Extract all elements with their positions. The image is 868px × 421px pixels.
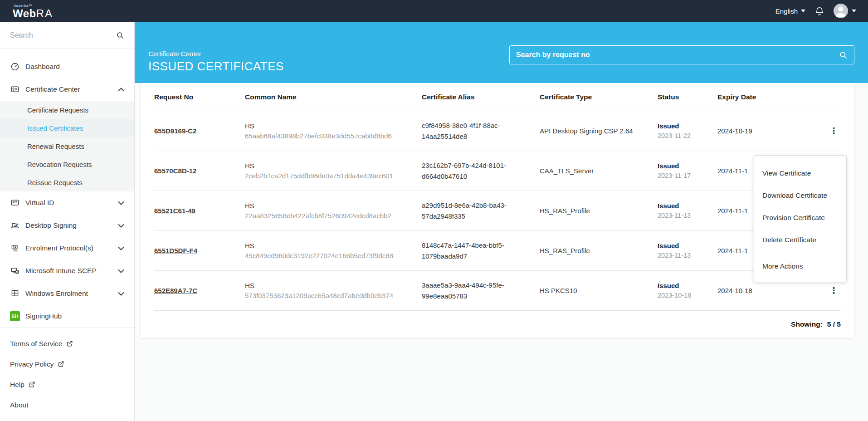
request-no-link[interactable]: 65570C8D-12 bbox=[154, 167, 196, 175]
status-date: 2023-11-17 bbox=[658, 171, 717, 181]
chevron-down-icon bbox=[118, 246, 124, 250]
sub-item-label: Issued Certificates bbox=[27, 124, 83, 132]
chevron-down-icon bbox=[118, 292, 124, 296]
table-row: 652E89A7-7C HS 573f03753623a1209acc65a48… bbox=[154, 271, 841, 311]
sidebar-item-dashboard[interactable]: Dashboard bbox=[0, 55, 134, 78]
brand-product: WebRA bbox=[13, 7, 53, 20]
request-no-link[interactable]: 655D9169-C2 bbox=[154, 127, 196, 135]
menu-item-provision-certificate[interactable]: Provision Certificate bbox=[754, 206, 846, 229]
sidebar-item-label: Dashboard bbox=[25, 63, 124, 71]
expiry-date: 2024-10-18 bbox=[717, 287, 752, 294]
column-header-status: Status bbox=[658, 93, 717, 101]
status-badge: Issued bbox=[658, 201, 717, 211]
certificate-type: API Desktop Signing CSP 2.64 bbox=[540, 126, 636, 136]
common-name-cell: HS 45c849ed960dc3192e227024e166b5ed73f9d… bbox=[245, 241, 422, 261]
table-row: 65570C8D-12 HS 2ceb2b1ca2d175ddfb96de0a7… bbox=[154, 151, 841, 191]
chevron-down-icon bbox=[118, 201, 124, 205]
showing-value: 5 / 5 bbox=[827, 320, 841, 328]
help-link[interactable]: Help bbox=[0, 374, 134, 395]
status-badge: Issued bbox=[658, 161, 717, 171]
status-badge: Issued bbox=[658, 281, 717, 291]
status-date: 2023-11-22 bbox=[658, 131, 717, 141]
expiry-date: 2024-11-1 bbox=[717, 207, 748, 215]
sidebar-item-revocation-requests[interactable]: Revocation Requests bbox=[0, 155, 134, 173]
menu-item-more-actions[interactable]: More Actions bbox=[754, 255, 846, 277]
expiry-date: 2024-10-19 bbox=[717, 127, 752, 135]
menu-item-view-certificate[interactable]: View Certificate bbox=[754, 162, 846, 184]
certificate-alias: a29d951d-8e6a-42b8-ba43-57da2948f335 bbox=[422, 200, 516, 222]
status-date: 2023-10-18 bbox=[658, 291, 717, 300]
column-header-common-name: Common Name bbox=[245, 93, 422, 101]
showing-label: Showing: bbox=[791, 320, 823, 328]
status-badge: Issued bbox=[658, 121, 717, 131]
about-link[interactable]: About bbox=[0, 395, 134, 415]
sidebar-search-input[interactable] bbox=[10, 31, 112, 39]
row-actions-kebab-icon[interactable]: ⋮ bbox=[827, 286, 841, 296]
expiry-date: 2024-11-1 bbox=[717, 167, 748, 175]
sub-item-label: Revocation Requests bbox=[27, 161, 92, 168]
table-header-row: Request No Common Name Certificate Alias… bbox=[154, 83, 841, 111]
sidebar-item-enrolment-protocols[interactable]: Enrolment Protocol(s) bbox=[0, 237, 134, 259]
common-name-org: HS bbox=[245, 121, 422, 131]
request-no-link[interactable]: 652E89A7-7C bbox=[154, 287, 197, 294]
sidebar: Dashboard Certificate Center Certif bbox=[0, 22, 135, 421]
breadcrumb: Certificate Center bbox=[148, 50, 284, 58]
common-name-hash: 2ceb2b1ca2d175ddfb96de0a751dda4e439ec601 bbox=[245, 171, 396, 181]
page-title: ISSUED CERTIFICATES bbox=[148, 59, 284, 73]
menu-item-download-certificate[interactable]: Download Certificate bbox=[754, 184, 846, 206]
sidebar-item-signinghub[interactable]: SH SigningHub bbox=[0, 305, 134, 328]
link-label: Help bbox=[10, 381, 24, 389]
expiry-date: 2024-11-1 bbox=[717, 247, 748, 255]
status-cell: Issued 2023-11-13 bbox=[658, 241, 717, 260]
request-search-input[interactable] bbox=[516, 51, 834, 59]
user-menu[interactable] bbox=[834, 4, 856, 18]
terms-of-service-link[interactable]: Terms of Service bbox=[0, 333, 134, 354]
link-label: Terms of Service bbox=[10, 340, 62, 348]
sub-item-label: Certificate Requests bbox=[27, 106, 88, 114]
table-row: 6551D5DF-F4 HS 45c849ed960dc3192e227024e… bbox=[154, 231, 841, 271]
sidebar-item-certificate-center[interactable]: Certificate Center bbox=[0, 78, 134, 101]
search-icon[interactable] bbox=[839, 51, 848, 59]
common-name-hash: 22aa8325658eb422afcb8f75260942edcd8acbb2 bbox=[245, 211, 396, 221]
request-no-link[interactable]: 6551D5DF-F4 bbox=[154, 247, 197, 255]
sidebar-item-microsoft-intune-scep[interactable]: Microsoft Intune SCEP bbox=[0, 259, 134, 282]
sidebar-item-renewal-requests[interactable]: Renewal Requests bbox=[0, 137, 134, 155]
menu-item-delete-certificate[interactable]: Delete Certificate bbox=[754, 229, 846, 251]
windows-icon bbox=[10, 289, 20, 299]
common-name-org: HS bbox=[245, 161, 422, 171]
chevron-up-icon bbox=[118, 88, 124, 92]
chevron-down-icon bbox=[118, 269, 124, 273]
status-date: 2023-11-13 bbox=[658, 251, 717, 260]
certificate-alias: 8148c47a-1447-4bea-bbf5-1079baada9d7 bbox=[422, 240, 516, 262]
status-cell: Issued 2023-11-17 bbox=[658, 161, 717, 181]
row-actions-kebab-icon[interactable]: ⋮ bbox=[827, 126, 841, 136]
common-name-cell: HS 22aa8325658eb422afcb8f75260942edcd8ac… bbox=[245, 201, 422, 221]
sidebar-item-certificate-requests[interactable]: Certificate Requests bbox=[0, 101, 134, 119]
sidebar-item-virtual-id[interactable]: Virtual ID bbox=[0, 191, 134, 214]
language-selector[interactable]: English bbox=[775, 7, 805, 15]
sidebar-item-desktop-signing[interactable]: Desktop Signing bbox=[0, 214, 134, 237]
status-badge: Issued bbox=[658, 241, 717, 251]
gauge-icon bbox=[10, 62, 20, 72]
request-search-box bbox=[509, 45, 854, 64]
chevron-down-icon bbox=[118, 224, 124, 228]
status-date: 2023-11-13 bbox=[658, 211, 717, 220]
sidebar-item-issued-certificates[interactable]: Issued Certificates bbox=[0, 119, 134, 137]
request-no-link[interactable]: 65521C61-49 bbox=[154, 207, 195, 215]
common-name-hash: 45c849ed960dc3192e227024e166b5ed73f9dc88 bbox=[245, 251, 396, 261]
common-name-cell: HS 65aab68af43898b27befc038e3dd557cab8d8… bbox=[245, 121, 422, 141]
sidebar-item-windows-enrolment[interactable]: Windows Enrolment bbox=[0, 282, 134, 305]
sub-item-label: Renewal Requests bbox=[27, 142, 84, 150]
certificate-alias: c9f84958-38e0-4f1f-88ac-14aa25514de8 bbox=[422, 120, 516, 142]
search-icon[interactable] bbox=[116, 31, 124, 39]
main-content: Certificate Center ISSUED CERTIFICATES R… bbox=[135, 22, 868, 421]
sidebar-item-label: Windows Enrolment bbox=[25, 289, 118, 298]
sidebar-item-label: SigningHub bbox=[25, 312, 124, 320]
notifications-bell-icon[interactable] bbox=[814, 5, 824, 16]
privacy-policy-link[interactable]: Privacy Policy bbox=[0, 354, 134, 374]
certificate-icon bbox=[10, 84, 20, 94]
top-bar: Ascertia™ WebRA English bbox=[0, 0, 868, 22]
status-cell: Issued 2023-11-13 bbox=[658, 201, 717, 220]
sidebar-item-reissue-requests[interactable]: Reissue Requests bbox=[0, 173, 134, 191]
page-header-band: Certificate Center ISSUED CERTIFICATES bbox=[135, 22, 868, 83]
